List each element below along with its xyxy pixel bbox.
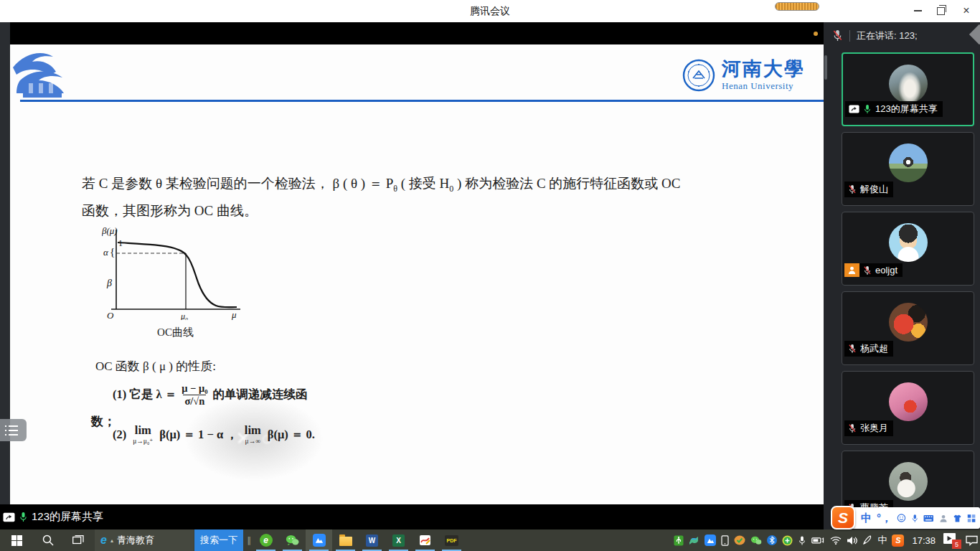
- property-1: (1) 它是 λ ＝ μ − μ₀ σ/√n 的单调递减连续函: [113, 382, 308, 407]
- figure-alpha-brace: {: [110, 246, 115, 258]
- figure-ylabel: β(μ): [102, 225, 118, 236]
- window-title: 腾讯会议: [0, 0, 980, 22]
- soft-keyboard-icon[interactable]: [923, 514, 934, 523]
- usb-device-icon[interactable]: [674, 535, 684, 546]
- close-button[interactable]: ×: [956, 0, 977, 22]
- 360-plus-icon[interactable]: [782, 535, 793, 546]
- fraction: μ − μ₀ σ/√n: [182, 382, 207, 407]
- university-name-zh: 河南大學: [722, 60, 805, 79]
- property-1-cont: 数；: [91, 413, 116, 430]
- sogou-tray-icon[interactable]: S: [892, 534, 904, 547]
- mobile-device-icon[interactable]: [721, 535, 729, 546]
- power-plug-icon[interactable]: [811, 536, 825, 545]
- mic-muted-icon: [848, 423, 857, 433]
- file-explorer-icon: [339, 537, 352, 546]
- slide-paragraph: 若 C 是参数 θ 某检验问题的一个检验法， β ( θ ) ＝ Pθ ( 接受…: [82, 171, 771, 223]
- toolbox-icon[interactable]: [967, 513, 976, 524]
- 360-browser-icon: e: [260, 534, 273, 547]
- participant-tile[interactable]: eoljgt: [842, 212, 974, 286]
- figure-tick-one: 1: [118, 238, 123, 248]
- avatar: [889, 462, 928, 501]
- slide-divider-line: [20, 100, 824, 102]
- wechat-tray-icon[interactable]: [750, 536, 762, 545]
- participant-name: 张奥月: [860, 422, 888, 435]
- avatar: [889, 303, 928, 342]
- speaking-status-bar: 正在讲话: 123;: [824, 22, 980, 49]
- share-banner-label: 123的屏幕共享: [32, 510, 103, 524]
- input-switch-icon[interactable]: [689, 535, 699, 546]
- excel-icon: X: [392, 534, 405, 547]
- properties-title: OC 函数 β ( μ ) 的性质:: [95, 358, 216, 375]
- avatar: [889, 65, 928, 103]
- notification-app-icon[interactable]: 5: [943, 533, 961, 547]
- caret-icon: ▴: [110, 537, 113, 544]
- tray-language-indicator[interactable]: 中: [877, 534, 887, 547]
- limit-2: lim μ→∞: [245, 425, 261, 445]
- participant-tile[interactable]: 123的屏幕共享: [842, 52, 974, 126]
- participant-name: 123的屏幕共享: [875, 103, 938, 116]
- figure-beta-label: β: [106, 278, 112, 288]
- restore-button[interactable]: [930, 0, 951, 22]
- avatar: [889, 223, 928, 262]
- university-logo: 河南大學 Henan University: [682, 59, 805, 92]
- 360-safe-icon[interactable]: [734, 535, 745, 545]
- divider: [849, 30, 850, 42]
- sogou-logo-icon[interactable]: S: [831, 506, 855, 529]
- recording-indicator-capsule: [775, 2, 819, 11]
- participant-tile[interactable]: 张奥月: [842, 371, 974, 445]
- wifi-icon[interactable]: [830, 536, 842, 545]
- participant-tile[interactable]: 解俊山: [842, 132, 974, 206]
- taskbar-window-ie[interactable]: e ▴ 青海教育: [95, 529, 194, 551]
- mic-muted-icon: [848, 344, 857, 354]
- pen-icon[interactable]: [862, 535, 872, 545]
- system-tray: 中 S 17:38 5: [674, 529, 978, 551]
- image-editor-icon: [419, 534, 431, 546]
- action-center-icon[interactable]: [966, 535, 978, 546]
- speaking-status-text: 正在讲话: 123;: [857, 29, 918, 42]
- start-button[interactable]: [0, 529, 33, 551]
- screen-share-banner: 123的屏幕共享: [0, 504, 824, 529]
- avatar: [889, 143, 928, 182]
- taskbar-window-search[interactable]: 搜索一下: [194, 529, 243, 551]
- task-view-button[interactable]: [63, 529, 93, 551]
- wechat-icon: [286, 534, 299, 546]
- emoji-icon[interactable]: [897, 512, 906, 524]
- voice-input-icon[interactable]: [911, 513, 918, 524]
- punctuation-toggle[interactable]: °，: [877, 512, 892, 525]
- participant-name: eoljgt: [875, 265, 897, 276]
- taskbar-app-pdf[interactable]: PDF: [438, 529, 465, 551]
- mic-muted-icon: [832, 29, 843, 42]
- mic-tray-icon[interactable]: [798, 535, 806, 546]
- taskbar-app-meeting[interactable]: [306, 529, 332, 551]
- figure-caption: OC曲线: [102, 326, 249, 339]
- meeting-tray-icon[interactable]: [705, 534, 716, 546]
- input-lang-toggle[interactable]: 中: [861, 512, 872, 525]
- taskbar-app-360browser[interactable]: e: [253, 529, 279, 551]
- taskbar-app-wechat[interactable]: [279, 529, 306, 551]
- ie-icon: e: [100, 534, 107, 547]
- taskbar-app-explorer[interactable]: [332, 529, 359, 551]
- notification-badge: 5: [952, 540, 961, 549]
- minimize-button[interactable]: [907, 0, 928, 22]
- sogou-input-toolbar: S 中 °，: [831, 506, 980, 531]
- sidebar-scrollbar[interactable]: [824, 55, 827, 80]
- window-titlebar: 腾讯会议 ×: [0, 0, 980, 22]
- clock[interactable]: 17:38: [909, 535, 938, 546]
- taskbar-app-image-editor[interactable]: [412, 529, 438, 551]
- taskbar-app-excel[interactable]: X: [385, 529, 412, 551]
- account-icon[interactable]: [939, 513, 948, 524]
- volume-icon[interactable]: [847, 536, 857, 545]
- mic-muted-icon: [863, 265, 872, 276]
- participant-name: 解俊山: [860, 183, 888, 196]
- annotation-menu-button[interactable]: [0, 419, 27, 441]
- skin-icon[interactable]: [953, 513, 962, 524]
- limit-1: lim μ→μ₀⁺: [133, 425, 153, 445]
- windows-taskbar: e ▴ 青海教育 搜索一下 ∥ e W X PDF: [0, 529, 980, 551]
- figure-alpha-label: α: [103, 247, 109, 258]
- search-button[interactable]: [33, 529, 63, 551]
- bluetooth-icon[interactable]: [767, 535, 777, 545]
- participant-tile[interactable]: 杨武超: [842, 291, 974, 365]
- building-sketch: [10, 47, 77, 105]
- taskbar-app-word[interactable]: W: [359, 529, 385, 551]
- paragraph-line1: 若 C 是参数 θ 某检验问题的一个检验法， β ( θ ) ＝ Pθ ( 接受…: [82, 171, 771, 198]
